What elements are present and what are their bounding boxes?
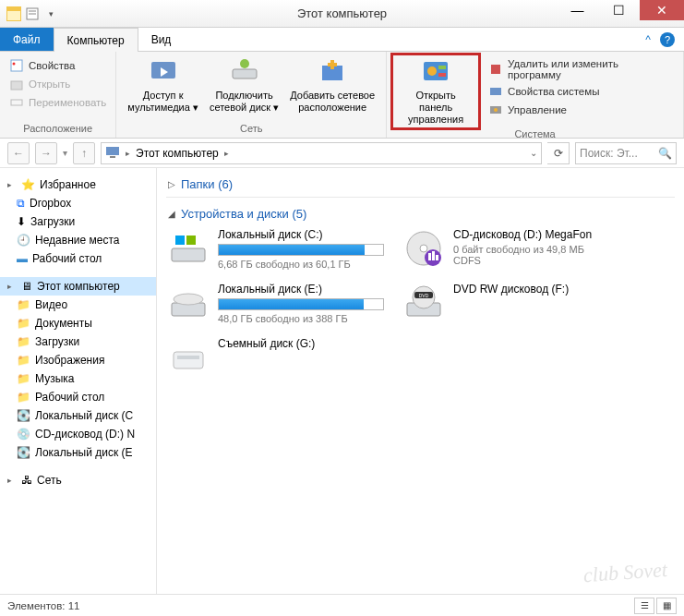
svg-rect-7 [11, 81, 22, 90]
group-label-location: Расположение [6, 123, 110, 136]
sidebar-music[interactable]: 📁Музыка [0, 369, 156, 388]
address-dropdown[interactable]: ⌄ [530, 148, 537, 158]
main-area: ▸⭐Избранное ⧉Dropbox ⬇Загрузки 🕘Недавние… [0, 168, 684, 594]
minimize-button[interactable]: — [557, 0, 598, 20]
ribbon: Свойства Открыть Переименовать Расположе… [0, 52, 684, 139]
properties-icon [9, 58, 24, 73]
svg-rect-15 [328, 63, 337, 66]
details-view-button[interactable]: ☰ [634, 598, 654, 614]
dropbox-icon: ⧉ [17, 197, 25, 210]
svg-rect-28 [186, 236, 196, 245]
refresh-button[interactable]: ⟳ [547, 142, 570, 164]
system-props-icon [488, 84, 503, 99]
manage-button[interactable]: Управление [485, 101, 678, 119]
collapse-ribbon-icon[interactable]: ^ [645, 33, 651, 46]
svg-rect-24 [106, 147, 119, 155]
sidebar-local-c[interactable]: 💽Локальный диск (C [0, 406, 156, 425]
group-label-system: Система [392, 128, 678, 141]
dvd-icon: DVD [403, 283, 444, 323]
up-button[interactable]: ↑ [73, 142, 95, 164]
sidebar-documents[interactable]: 📁Документы [0, 314, 156, 332]
svg-rect-27 [175, 236, 185, 245]
sidebar-local-e[interactable]: 💽Локальный диск (E [0, 443, 156, 462]
breadcrumb[interactable]: Этот компьютер [136, 147, 219, 160]
back-button[interactable]: ← [7, 142, 30, 164]
group-label-network: Сеть [122, 123, 380, 136]
hdd-icon [168, 283, 209, 323]
sidebar-downloads2[interactable]: 📁Загрузки [0, 332, 156, 351]
help-icon[interactable]: ? [660, 32, 675, 47]
uninstall-button[interactable]: Удалить или изменить программу [485, 56, 678, 82]
app-icon [6, 4, 22, 24]
qat-properties-icon[interactable] [24, 4, 41, 24]
drive-icon: 💽 [17, 446, 30, 459]
system-properties-button[interactable]: Свойства системы [485, 82, 678, 101]
address-bar[interactable]: ▸ Этот компьютер ▸ ⌄ [101, 142, 542, 164]
maximize-button[interactable]: ☐ [598, 0, 640, 20]
close-button[interactable]: ✕ [640, 0, 684, 20]
star-icon: ⭐ [21, 178, 35, 191]
sidebar-recent[interactable]: 🕘Недавние места [0, 231, 156, 249]
tab-view[interactable]: Вид [138, 28, 185, 51]
svg-rect-34 [436, 255, 438, 260]
media-access-button[interactable]: Доступ к мультимедиа ▾ [122, 54, 204, 123]
map-drive-button[interactable]: Подключить сетевой диск ▾ [204, 54, 284, 123]
svg-rect-1 [7, 11, 20, 20]
add-network-location-button[interactable]: Добавить сетевое расположение [284, 54, 380, 123]
svg-rect-11 [233, 69, 257, 79]
quick-access-toolbar: ▾ [0, 4, 59, 24]
sidebar-desktop[interactable]: ▬Рабочий стол [0, 249, 156, 268]
folders-section-header[interactable]: ▷Папки (6) [166, 174, 675, 195]
forward-button[interactable]: → [35, 142, 57, 164]
tab-computer[interactable]: Компьютер [54, 28, 138, 52]
tab-file[interactable]: Файл [0, 28, 54, 51]
sidebar-thispc[interactable]: ▸🖥Этот компьютер [0, 277, 156, 296]
svg-rect-20 [491, 65, 500, 74]
sidebar-favorites[interactable]: ▸⭐Избранное [0, 175, 156, 194]
search-icon: 🔍 [658, 147, 672, 160]
chevron-down-icon[interactable]: ▾ [42, 4, 59, 24]
svg-rect-21 [490, 88, 501, 95]
drive-d-cd[interactable]: CD-дисковод (D:) MegaFon 0 байт свободно… [402, 224, 628, 273]
sidebar-dropbox[interactable]: ⧉Dropbox [0, 194, 156, 212]
ribbon-group-system: Открыть панель управления Удалить или из… [387, 52, 684, 138]
desktop-icon: 📁 [17, 391, 30, 404]
svg-text:DVD: DVD [419, 293, 429, 298]
svg-rect-41 [174, 352, 203, 368]
address-row: ← → ▾ ↑ ▸ Этот компьютер ▸ ⌄ ⟳ Поиск: Эт… [0, 139, 684, 168]
open-icon [9, 77, 24, 91]
search-input[interactable]: Поиск: Эт... 🔍 [575, 142, 677, 164]
recent-icon: 🕘 [17, 234, 30, 247]
drive-f-dvd[interactable]: DVD DVD RW дисковод (F:) [402, 279, 628, 328]
add-location-icon [317, 56, 348, 88]
titlebar: ▾ Этот компьютер — ☐ ✕ [0, 0, 684, 28]
sidebar-network[interactable]: ▸🖧Сеть [0, 471, 156, 489]
cd-megafon-icon [403, 228, 444, 269]
sidebar-downloads[interactable]: ⬇Загрузки [0, 212, 156, 231]
documents-icon: 📁 [17, 317, 30, 330]
music-icon: 📁 [17, 372, 30, 385]
ribbon-group-location: Свойства Открыть Переименовать Расположе… [0, 52, 116, 138]
devices-section-header[interactable]: ◢Устройства и диски (5) [166, 203, 675, 224]
sidebar-pictures[interactable]: 📁Изображения [0, 351, 156, 369]
svg-rect-19 [438, 73, 446, 77]
desktop-icon: ▬ [17, 252, 28, 265]
properties-button[interactable]: Свойства [6, 56, 110, 75]
window-controls: — ☐ ✕ [557, 7, 684, 20]
drive-e[interactable]: Локальный диск (E:) 48,0 ГБ свободно из … [166, 279, 392, 328]
sidebar-videos[interactable]: 📁Видео [0, 296, 156, 314]
svg-point-17 [427, 66, 437, 76]
drive-c[interactable]: Локальный диск (C:) 6,68 ГБ свободно из … [166, 224, 392, 273]
tiles-view-button[interactable]: ▦ [656, 598, 677, 614]
sidebar-cd-d[interactable]: 💿CD-дисковод (D:) N [0, 425, 156, 443]
drive-g-removable[interactable]: Съемный диск (G:) [166, 333, 392, 381]
search-placeholder: Поиск: Эт... [580, 147, 638, 160]
svg-rect-32 [428, 253, 431, 260]
svg-rect-25 [110, 156, 115, 158]
recent-locations-dropdown[interactable]: ▾ [63, 148, 67, 158]
control-panel-button[interactable]: Открыть панель управления [392, 54, 479, 128]
sidebar-desktop2[interactable]: 📁Рабочий стол [0, 388, 156, 406]
computer-icon: 🖥 [21, 280, 32, 293]
uninstall-icon [488, 62, 503, 77]
capacity-bar [218, 298, 384, 310]
